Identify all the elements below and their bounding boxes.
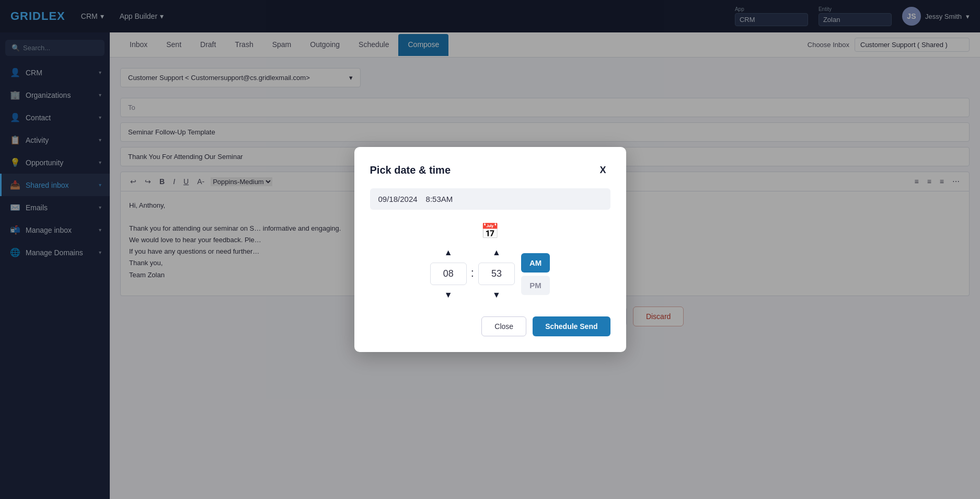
time-colon: : [467, 266, 478, 282]
modal-schedule-send-button[interactable]: Schedule Send [533, 316, 610, 336]
date-value: 09/18/2024 [378, 195, 418, 203]
pick-date-time-modal: Pick date & time X 09/18/2024 8:53AM 📅 ▲… [354, 147, 626, 352]
calendar-icon-area: 📅 [370, 222, 610, 240]
minutes-input[interactable]: 53 [478, 263, 515, 285]
hours-input[interactable]: 08 [430, 263, 467, 285]
hours-up-button[interactable]: ▲ [439, 246, 458, 259]
minutes-column: ▲ 53 ▼ [478, 246, 515, 302]
minutes-down-button[interactable]: ▼ [487, 288, 506, 302]
am-button[interactable]: AM [521, 253, 550, 273]
modal-header: Pick date & time X [370, 163, 610, 178]
datetime-display: 09/18/2024 8:53AM [370, 188, 610, 210]
hours-down-button[interactable]: ▼ [439, 288, 458, 302]
modal-close-button[interactable]: X [595, 163, 610, 178]
minutes-up-button[interactable]: ▲ [487, 246, 506, 259]
time-value: 8:53AM [426, 195, 453, 203]
modal-overlay: Pick date & time X 09/18/2024 8:53AM 📅 ▲… [0, 0, 980, 499]
ampm-area: AM PM [521, 253, 550, 295]
hours-column: ▲ 08 ▼ [430, 246, 467, 302]
modal-close-btn[interactable]: Close [481, 316, 526, 336]
pm-button[interactable]: PM [521, 276, 550, 295]
calendar-icon: 📅 [481, 222, 499, 240]
modal-footer: Close Schedule Send [370, 316, 610, 336]
modal-title: Pick date & time [370, 164, 451, 176]
time-picker: ▲ 08 ▼ : ▲ 53 ▼ AM PM [401, 246, 579, 302]
